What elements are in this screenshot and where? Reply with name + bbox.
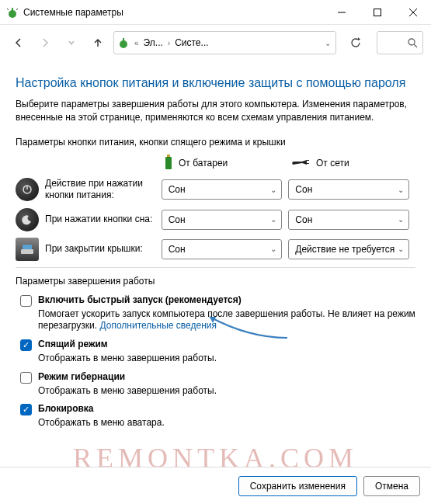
up-button[interactable] [87,32,109,54]
search-icon [408,38,418,48]
lid-close-label: При закрытии крышки: [45,243,162,255]
power-battery-dropdown[interactable]: Сон⌄ [162,179,283,200]
search-input[interactable] [377,31,423,54]
recent-dropdown[interactable] [61,32,82,54]
chevron-down-icon: ⌄ [270,215,276,224]
svg-rect-13 [307,163,309,164]
lock-description: Отображать в меню аватара. [38,417,415,429]
power-buttons-section-label: Параметры кнопки питания, кнопки спящего… [16,137,415,148]
plugged-column-header: От сети [291,157,414,170]
power-options-icon [117,36,130,49]
chevron-down-icon: ⌄ [270,245,276,253]
sleep-option: ✓ Спящий режим [16,339,415,351]
svg-rect-11 [167,155,170,157]
svg-point-8 [408,39,415,45]
back-button[interactable] [8,32,30,54]
svg-rect-16 [21,249,33,254]
app-icon [6,6,19,19]
power-button-icon [16,178,39,201]
battery-icon [163,154,174,173]
power-plugged-dropdown[interactable]: Сон⌄ [288,179,409,200]
power-button-label: Действие при нажатии кнопки питания: [45,178,162,202]
refresh-button[interactable] [344,31,367,54]
svg-rect-3 [374,9,381,16]
svg-rect-7 [123,38,124,41]
content-area: Настройка кнопок питания и включение защ… [0,61,431,443]
lock-checkbox[interactable]: ✓ [20,404,32,415]
sleep-battery-dropdown[interactable]: Сон⌄ [162,210,283,230]
sleep-button-row: При нажатии кнопки сна: Сон⌄ Сон⌄ [16,208,415,231]
svg-rect-1 [12,8,13,11]
maximize-button[interactable] [360,0,395,25]
fastboot-description: Помогает ускорить запуск компьютера посл… [38,308,415,332]
chevron-down-icon: ⌄ [398,215,404,224]
shutdown-section: Параметры завершения работы Включить быс… [16,276,415,429]
save-button[interactable]: Сохранить изменения [238,476,357,496]
svg-rect-10 [165,157,172,169]
sleep-button-label: При нажатии кнопки сна: [45,214,162,226]
breadcrumb-item[interactable]: Эл... [144,37,163,48]
sleep-title: Спящий режим [38,339,108,349]
minimize-button[interactable] [324,0,360,25]
sleep-plugged-dropdown[interactable]: Сон⌄ [288,210,409,230]
hibernate-checkbox[interactable] [20,372,32,384]
chevron-down-icon: ⌄ [270,186,276,194]
page-heading: Настройка кнопок питания и включение защ… [16,76,415,90]
chevron-down-icon: ⌄ [398,186,404,194]
chevron-down-icon: ⌄ [398,245,404,253]
fastboot-option: Включить быстрый запуск (рекомендуется) [16,294,415,307]
svg-point-6 [120,40,127,48]
lid-battery-dropdown[interactable]: Сон⌄ [162,239,283,259]
window-title: Системные параметры [23,7,324,18]
column-headers: От батареи От сети [16,154,415,173]
svg-rect-12 [307,160,309,161]
titlebar: Системные параметры [0,0,431,25]
chevron-left-icon: « [134,39,139,47]
lock-option: ✓ Блокировка [16,403,415,415]
divider [16,267,415,268]
battery-column-header: От батареи [163,154,291,173]
svg-rect-17 [23,245,32,249]
breadcrumb-item[interactable]: Систе... [175,37,208,48]
lock-title: Блокировка [38,403,94,414]
fastboot-checkbox[interactable] [20,295,32,307]
power-button-row: Действие при нажатии кнопки питания: Сон… [16,178,415,202]
plug-icon [291,157,311,170]
svg-line-9 [414,44,417,47]
sleep-checkbox[interactable]: ✓ [20,339,32,351]
forward-button[interactable] [34,32,56,54]
hibernate-title: Режим гибернации [38,371,125,382]
chevron-down-icon[interactable]: ⌄ [325,39,331,47]
more-info-link[interactable]: Дополнительные сведения [99,320,216,331]
close-button[interactable] [395,0,431,25]
footer: Сохранить изменения Отмена [0,467,431,504]
lid-icon [16,238,39,261]
page-description: Выберите параметры завершения работы для… [16,98,415,124]
fastboot-title: Включить быстрый запуск (рекомендуется) [38,294,242,305]
chevron-right-icon: › [168,39,170,47]
lid-plugged-dropdown[interactable]: Действие не требуется⌄ [288,239,409,259]
sleep-description: Отображать в меню завершения работы. [38,353,415,365]
nav-row: « Эл... › Систе... ⌄ [0,25,431,61]
hibernate-option: Режим гибернации [16,371,415,384]
lid-close-row: При закрытии крышки: Сон⌄ Действие не тр… [16,238,415,261]
hibernate-description: Отображать в меню завершения работы. [38,385,415,398]
cancel-button[interactable]: Отмена [363,476,420,496]
sleep-button-icon [16,208,39,231]
breadcrumb[interactable]: « Эл... › Систе... ⌄ [113,31,336,54]
svg-point-0 [9,10,16,18]
shutdown-section-label: Параметры завершения работы [16,276,415,287]
